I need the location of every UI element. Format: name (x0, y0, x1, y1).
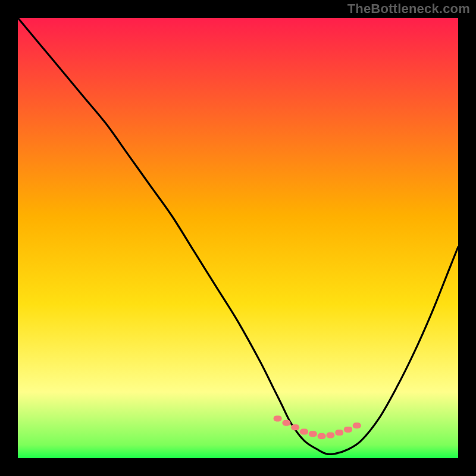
sweet-spot-marker (318, 433, 326, 439)
sweet-spot-marker (335, 430, 343, 436)
sweet-spot-marker (274, 415, 282, 421)
watermark-text: TheBottleneck.com (347, 1, 470, 17)
sweet-spot-marker (353, 422, 361, 428)
gradient-background (18, 18, 458, 458)
sweet-spot-marker (282, 420, 290, 426)
sweet-spot-marker (291, 424, 299, 430)
sweet-spot-marker (344, 427, 352, 433)
sweet-spot-marker (300, 429, 308, 435)
sweet-spot-marker (309, 431, 317, 437)
sweet-spot-marker (326, 433, 334, 439)
chart-frame: TheBottleneck.com (0, 0, 476, 476)
chart-svg (18, 18, 458, 458)
plot-area (18, 18, 458, 458)
